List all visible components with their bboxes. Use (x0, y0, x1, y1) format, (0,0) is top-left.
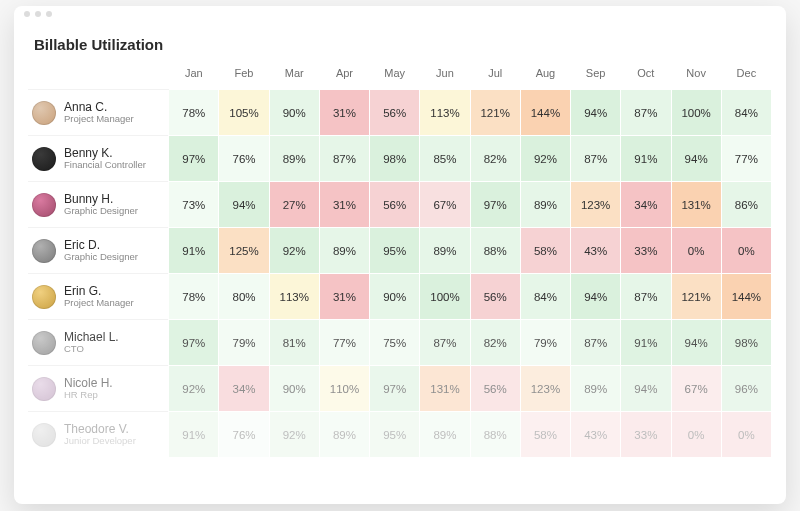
heatmap-cell[interactable]: 97% (470, 182, 520, 228)
heatmap-cell[interactable]: 87% (571, 136, 621, 182)
heatmap-cell[interactable]: 73% (169, 182, 219, 228)
heatmap-cell[interactable]: 92% (520, 136, 570, 182)
heatmap-cell[interactable]: 77% (721, 136, 771, 182)
heatmap-cell[interactable]: 110% (319, 366, 369, 412)
person-cell[interactable]: Bunny H.Graphic Designer (28, 182, 169, 228)
heatmap-cell[interactable]: 92% (269, 228, 319, 274)
heatmap-cell[interactable]: 43% (571, 412, 621, 458)
heatmap-cell[interactable]: 92% (269, 412, 319, 458)
heatmap-cell[interactable]: 79% (219, 320, 269, 366)
heatmap-cell[interactable]: 131% (671, 182, 721, 228)
heatmap-cell[interactable]: 79% (520, 320, 570, 366)
person-cell[interactable]: Eric D.Graphic Designer (28, 228, 169, 274)
heatmap-cell[interactable]: 56% (370, 90, 420, 136)
heatmap-cell[interactable]: 88% (470, 228, 520, 274)
heatmap-cell[interactable]: 82% (470, 320, 520, 366)
heatmap-cell[interactable]: 113% (420, 90, 470, 136)
heatmap-cell[interactable]: 91% (621, 136, 671, 182)
heatmap-cell[interactable]: 87% (621, 90, 671, 136)
heatmap-cell[interactable]: 34% (621, 182, 671, 228)
heatmap-cell[interactable]: 78% (169, 274, 219, 320)
heatmap-cell[interactable]: 131% (420, 366, 470, 412)
heatmap-cell[interactable]: 123% (571, 182, 621, 228)
heatmap-cell[interactable]: 113% (269, 274, 319, 320)
heatmap-cell[interactable]: 87% (319, 136, 369, 182)
heatmap-cell[interactable]: 56% (370, 182, 420, 228)
heatmap-cell[interactable]: 87% (571, 320, 621, 366)
heatmap-cell[interactable]: 56% (470, 274, 520, 320)
heatmap-cell[interactable]: 89% (571, 366, 621, 412)
heatmap-cell[interactable]: 91% (169, 228, 219, 274)
person-cell[interactable]: Nicole H.HR Rep (28, 366, 169, 412)
window-zoom-icon[interactable] (46, 11, 52, 17)
heatmap-cell[interactable]: 91% (621, 320, 671, 366)
heatmap-cell[interactable]: 98% (370, 136, 420, 182)
heatmap-cell[interactable]: 33% (621, 412, 671, 458)
heatmap-cell[interactable]: 33% (621, 228, 671, 274)
heatmap-cell[interactable]: 90% (269, 366, 319, 412)
heatmap-cell[interactable]: 97% (169, 320, 219, 366)
heatmap-cell[interactable]: 94% (671, 320, 721, 366)
heatmap-cell[interactable]: 84% (520, 274, 570, 320)
heatmap-cell[interactable]: 27% (269, 182, 319, 228)
window-close-icon[interactable] (24, 11, 30, 17)
heatmap-cell[interactable]: 121% (671, 274, 721, 320)
heatmap-cell[interactable]: 144% (520, 90, 570, 136)
heatmap-cell[interactable]: 86% (721, 182, 771, 228)
heatmap-cell[interactable]: 31% (319, 90, 369, 136)
person-cell[interactable]: Benny K.Financial Controller (28, 136, 169, 182)
heatmap-cell[interactable]: 76% (219, 136, 269, 182)
heatmap-cell[interactable]: 34% (219, 366, 269, 412)
heatmap-cell[interactable]: 88% (470, 412, 520, 458)
person-cell[interactable]: Theodore V.Junior Developer (28, 412, 169, 458)
heatmap-cell[interactable]: 81% (269, 320, 319, 366)
heatmap-cell[interactable]: 97% (370, 366, 420, 412)
heatmap-cell[interactable]: 94% (219, 182, 269, 228)
heatmap-cell[interactable]: 77% (319, 320, 369, 366)
person-cell[interactable]: Erin G.Project Manager (28, 274, 169, 320)
window-minimize-icon[interactable] (35, 11, 41, 17)
heatmap-cell[interactable]: 100% (420, 274, 470, 320)
heatmap-cell[interactable]: 75% (370, 320, 420, 366)
heatmap-cell[interactable]: 94% (571, 90, 621, 136)
heatmap-cell[interactable]: 89% (319, 228, 369, 274)
heatmap-cell[interactable]: 97% (169, 136, 219, 182)
heatmap-cell[interactable]: 100% (671, 90, 721, 136)
heatmap-cell[interactable]: 0% (721, 412, 771, 458)
heatmap-cell[interactable]: 87% (621, 274, 671, 320)
heatmap-cell[interactable]: 76% (219, 412, 269, 458)
person-cell[interactable]: Michael L.CTO (28, 320, 169, 366)
heatmap-cell[interactable]: 94% (571, 274, 621, 320)
heatmap-cell[interactable]: 85% (420, 136, 470, 182)
heatmap-cell[interactable]: 98% (721, 320, 771, 366)
heatmap-cell[interactable]: 105% (219, 90, 269, 136)
heatmap-cell[interactable]: 95% (370, 228, 420, 274)
heatmap-cell[interactable]: 78% (169, 90, 219, 136)
heatmap-cell[interactable]: 90% (269, 90, 319, 136)
heatmap-cell[interactable]: 96% (721, 366, 771, 412)
heatmap-cell[interactable]: 92% (169, 366, 219, 412)
heatmap-cell[interactable]: 84% (721, 90, 771, 136)
heatmap-cell[interactable]: 80% (219, 274, 269, 320)
heatmap-cell[interactable]: 67% (420, 182, 470, 228)
heatmap-cell[interactable]: 0% (671, 228, 721, 274)
heatmap-cell[interactable]: 67% (671, 366, 721, 412)
heatmap-cell[interactable]: 31% (319, 182, 369, 228)
heatmap-cell[interactable]: 0% (721, 228, 771, 274)
heatmap-cell[interactable]: 89% (269, 136, 319, 182)
heatmap-cell[interactable]: 91% (169, 412, 219, 458)
heatmap-cell[interactable]: 89% (319, 412, 369, 458)
heatmap-cell[interactable]: 90% (370, 274, 420, 320)
heatmap-cell[interactable]: 0% (671, 412, 721, 458)
heatmap-cell[interactable]: 121% (470, 90, 520, 136)
heatmap-cell[interactable]: 58% (520, 228, 570, 274)
heatmap-cell[interactable]: 94% (621, 366, 671, 412)
heatmap-cell[interactable]: 125% (219, 228, 269, 274)
heatmap-cell[interactable]: 94% (671, 136, 721, 182)
heatmap-cell[interactable]: 123% (520, 366, 570, 412)
heatmap-cell[interactable]: 89% (520, 182, 570, 228)
person-cell[interactable]: Anna C.Project Manager (28, 90, 169, 136)
heatmap-cell[interactable]: 87% (420, 320, 470, 366)
heatmap-cell[interactable]: 89% (420, 412, 470, 458)
heatmap-cell[interactable]: 58% (520, 412, 570, 458)
